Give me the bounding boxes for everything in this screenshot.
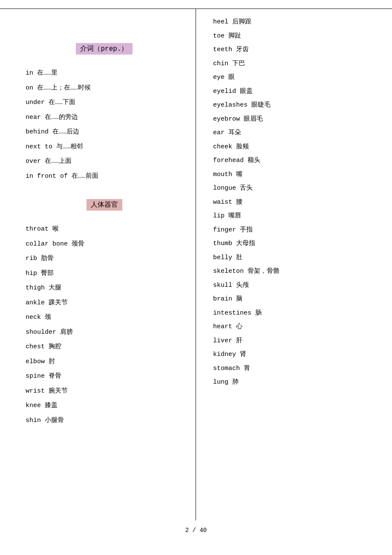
list-item: collar bone 颈骨 [26,240,183,249]
right-vocab-list: heel 后脚跟 toe 脚趾 teeth 牙齿 chin 下巴 eye 眼 e… [213,17,379,387]
list-item: eyelid 眼盖 [213,87,379,97]
list-item: ear 耳朵 [213,128,379,138]
list-item: behind 在……后边 [26,127,183,137]
list-item: over 在……上面 [26,157,183,167]
list-item: on 在……上；在……时候 [26,84,183,93]
list-item: waist 腰 [213,198,379,208]
list-item: near 在……的旁边 [26,113,183,123]
list-item: eyelashes 眼睫毛 [213,101,379,110]
prep-title-wrapper: 介词（prep.） [26,17,183,62]
list-item: wrist 腕关节 [26,387,183,396]
page-container: 介词（prep.） in 在……里 on 在……上；在……时候 under 在…… [0,0,392,555]
list-item: belly 肚 [213,253,379,263]
list-item: chin 下巴 [213,59,379,69]
list-item: elbow 肘 [26,357,183,367]
list-item: liver 肝 [213,336,379,346]
list-item: cheek 脸颊 [213,142,379,152]
list-item: throat 喉 [26,225,183,234]
list-item: under 在……下面 [26,98,183,108]
list-item: shoulder 肩膀 [26,328,183,338]
list-item: forehead 额头 [213,156,379,166]
prepositions-header: 介词（prep.） [76,43,132,55]
list-item: stomach 胃 [213,364,379,374]
list-item: next to 与……相邻 [26,142,183,152]
two-column-layout: 介词（prep.） in 在……里 on 在……上；在……时候 under 在…… [0,9,392,520]
list-item: finger 手指 [213,225,379,235]
list-item: kidney 肾 [213,350,379,360]
list-item: lip 嘴唇 [213,211,379,221]
list-item: teeth 牙齿 [213,45,379,55]
list-item: mouth 嘴 [213,170,379,180]
list-item: in front of 在……前面 [26,172,183,182]
list-item: rib 肋骨 [26,254,183,264]
prepositions-list: in 在……里 on 在……上；在……时候 under 在……下面 near 在… [26,69,183,181]
list-item: eyebrow 眼眉毛 [213,115,379,124]
page-footer: 2 / 40 [0,520,392,540]
list-item: toe 脚趾 [213,32,379,41]
list-item: shin 小腿骨 [26,416,183,426]
list-item: skeleton 骨架，骨骼 [213,267,379,277]
body-parts-section: 人体器官 throat 喉 collar bone 颈骨 rib 肋骨 hip … [26,186,183,425]
list-item: heart 心 [213,322,379,332]
list-item: spine 脊骨 [26,372,183,382]
right-column: heel 后脚跟 toe 脚趾 teeth 牙齿 chin 下巴 eye 眼 e… [196,9,392,520]
list-item: skull 头颅 [213,281,379,291]
list-item: knee 膝盖 [26,401,183,411]
list-item: thumb 大母指 [213,239,379,249]
list-item: brain 脑 [213,295,379,304]
list-item: intestines 肠 [213,309,379,318]
list-item: chest 胸腔 [26,342,183,352]
body-parts-list: throat 喉 collar bone 颈骨 rib 肋骨 hip 臀部 th… [26,225,183,425]
list-item: thigh 大腿 [26,283,183,293]
body-title-wrapper: 人体器官 [26,186,183,218]
prepositions-section: 介词（prep.） in 在……里 on 在……上；在……时候 under 在…… [26,17,183,181]
list-item: in 在……里 [26,69,183,78]
pagination: 2 / 40 [185,527,207,534]
body-parts-header: 人体器官 [86,199,122,211]
list-item: neck 颈 [26,313,183,323]
list-item: ankle 踝关节 [26,298,183,308]
list-item: longue 舌头 [213,184,379,194]
list-item: lung 肺 [213,378,379,387]
list-item: eye 眼 [213,73,379,83]
left-column: 介词（prep.） in 在……里 on 在……上；在……时候 under 在…… [0,9,196,520]
list-item: heel 后脚跟 [213,17,379,27]
list-item: hip 臀部 [26,269,183,279]
